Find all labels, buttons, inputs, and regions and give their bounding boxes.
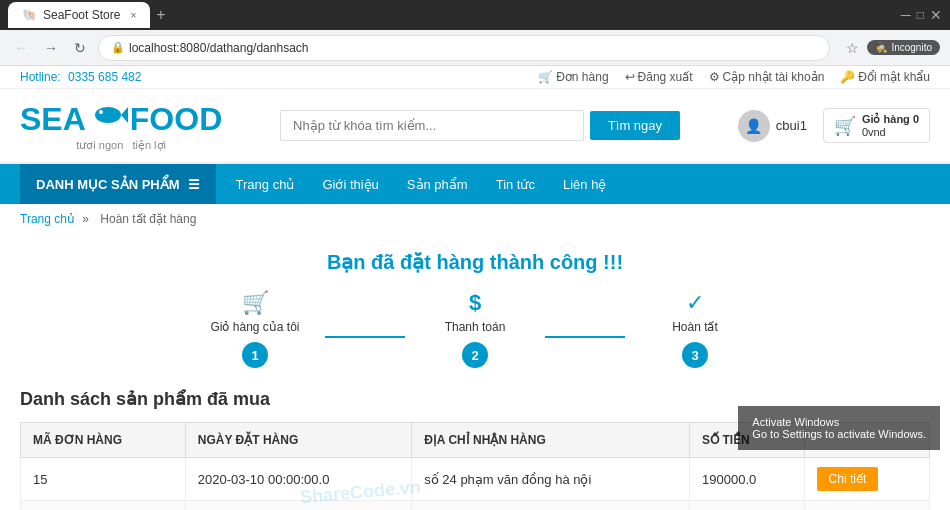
tab-close-btn[interactable]: × (130, 10, 136, 21)
table-row: 15 2020-03-10 00:00:00.0 số 24 phạm văn … (21, 458, 930, 501)
nav-lien-he[interactable]: Liên hệ (563, 177, 606, 192)
logo-fish-icon (88, 99, 128, 139)
tab-favicon: 🐚 (22, 8, 37, 22)
update-icon: ⚙ (709, 70, 720, 84)
step-3: ✓ Hoàn tất 3 (625, 290, 765, 368)
nav-cap-nhat[interactable]: ⚙ Cập nhật tài khoản (709, 70, 825, 84)
steps-container: 🛒 Giỏ hàng của tôi 1 $ Thanh toán 2 ✓ Ho… (20, 290, 930, 368)
cell-date: 2020-02-10 00:00:00.0 (185, 501, 411, 511)
logout-icon: ↩ (625, 70, 635, 84)
activate-line2: Go to Settings to activate Windows. (752, 428, 926, 440)
header-right: 👤 cbui1 🛒 Giỏ hàng 0 0vnd (738, 108, 930, 143)
complete-step-icon: ✓ (686, 290, 704, 316)
col-dia-chi: ĐỊA CHỈ NHẬN HÀNG (412, 423, 690, 458)
logo-sea: SEA (20, 101, 86, 138)
incognito-icon: 🕵 (875, 42, 887, 53)
main-nav: DANH MỤC SẢN PHẨM ☰ Trang chủ Giới thiệu… (0, 164, 950, 204)
cart-info: Giỏ hàng 0 0vnd (862, 113, 919, 138)
cell-id: 15 (21, 458, 186, 501)
svg-marker-1 (121, 107, 128, 123)
incognito-badge: 🕵 Incognito (867, 40, 940, 55)
step-1: 🛒 Giỏ hàng của tôi 1 (185, 290, 325, 368)
hamburger-icon: ☰ (188, 177, 200, 192)
tab-title: SeaFoot Store (43, 8, 120, 22)
url-input[interactable]: 🔒 localhost:8080/dathang/danhsach (98, 35, 830, 61)
breadcrumb-separator: » (82, 212, 89, 226)
cart-box[interactable]: 🛒 Giỏ hàng 0 0vnd (823, 108, 930, 143)
breadcrumb: Trang chủ » Hoàn tất đặt hàng (0, 204, 950, 234)
incognito-label: Incognito (891, 42, 932, 53)
browser-chrome: 🐚 SeaFoot Store × + ─ □ ✕ ← → ↻ 🔒 localh… (0, 0, 950, 66)
table-row: 8 2020-02-10 00:00:00.0 số 24 phạm văn đ… (21, 501, 930, 511)
address-bar: ← → ↻ 🔒 localhost:8080/dathang/danhsach … (0, 30, 950, 66)
cart-icon: 🛒 (834, 115, 856, 137)
maximize-btn[interactable]: □ (917, 8, 924, 22)
search-box: Tìm ngay (280, 110, 680, 141)
nav-trang-chu[interactable]: Trang chủ (236, 177, 295, 192)
url-text: localhost:8080/dathang/danhsach (129, 41, 308, 55)
browser-actions: ☆ (846, 40, 859, 56)
cell-date: 2020-03-10 00:00:00.0 (185, 458, 411, 501)
search-button[interactable]: Tìm ngay (590, 111, 680, 140)
danh-muc-label: DANH MỤC SẢN PHẨM (36, 177, 180, 192)
breadcrumb-current: Hoàn tất đặt hàng (100, 212, 196, 226)
svg-point-2 (99, 110, 103, 114)
avatar: 👤 (738, 110, 770, 142)
top-bar-right: 🛒 Đơn hàng ↩ Đăng xuất ⚙ Cập nhật tài kh… (538, 70, 930, 84)
success-section: Bạn đã đặt hàng thành công !!! 🛒 Giỏ hàn… (0, 234, 950, 378)
cart-step-icon: 🛒 (242, 290, 269, 316)
logo-food: FOOD (130, 101, 222, 138)
cell-address: số 24 phạm văn đồng hà nội (412, 501, 690, 511)
svg-point-0 (95, 107, 121, 123)
activate-line1: Activate Windows (752, 416, 926, 428)
activate-windows-overlay: Activate Windows Go to Settings to activ… (738, 406, 940, 450)
step3-num: 3 (682, 342, 708, 368)
hotline-number: 0335 685 482 (68, 70, 141, 84)
cell-id: 8 (21, 501, 186, 511)
cart-amount: 0vnd (862, 126, 919, 138)
user-info[interactable]: 👤 cbui1 (738, 110, 807, 142)
step2-num: 2 (462, 342, 488, 368)
minimize-btn[interactable]: ─ (901, 7, 911, 23)
tab-bar: 🐚 SeaFoot Store × + ─ □ ✕ (0, 0, 950, 30)
step3-label: Hoàn tất (672, 320, 718, 334)
new-tab-button[interactable]: + (156, 6, 165, 24)
nav-dang-xuat[interactable]: ↩ Đăng xuất (625, 70, 693, 84)
hotline: Hotline: 0335 685 482 (20, 70, 141, 84)
nav-gioi-thieu[interactable]: Giới thiệu (322, 177, 378, 192)
col-ngay-dat-hang: NGÀY ĐẶT HÀNG (185, 423, 411, 458)
col-ma-don-hang: MÃ ĐƠN HÀNG (21, 423, 186, 458)
nav-don-hang[interactable]: 🛒 Đơn hàng (538, 70, 608, 84)
danh-muc-btn[interactable]: DANH MỤC SẢN PHẨM ☰ (20, 164, 216, 204)
refresh-btn[interactable]: ↻ (70, 38, 90, 58)
step2-label: Thanh toán (445, 320, 506, 334)
cell-action: Chi tiết (804, 458, 929, 501)
chi-tiet-button[interactable]: Chi tiết (817, 467, 879, 491)
connector-1 (325, 336, 405, 338)
nav-san-pham[interactable]: Sản phẩm (407, 177, 468, 192)
step-2: $ Thanh toán 2 (405, 290, 545, 368)
nav-tin-tuc[interactable]: Tin tức (496, 177, 535, 192)
step1-num: 1 (242, 342, 268, 368)
success-title: Bạn đã đặt hàng thành công !!! (20, 250, 930, 274)
active-tab[interactable]: 🐚 SeaFoot Store × (8, 2, 150, 28)
site-header: SEA FOOD tươi ngon tiện lợi Tìm ngay (0, 89, 950, 164)
cell-amount: 160000.0 (690, 501, 805, 511)
payment-step-icon: $ (469, 290, 481, 316)
top-bar: Hotline: 0335 685 482 🛒 Đơn hàng ↩ Đăng … (0, 66, 950, 89)
hotline-label: Hotline: (20, 70, 61, 84)
breadcrumb-home[interactable]: Trang chủ (20, 212, 75, 226)
connector-2 (545, 336, 625, 338)
logo-text-block: SEA FOOD tươi ngon tiện lợi (20, 99, 222, 152)
step1-label: Giỏ hàng của tôi (210, 320, 299, 334)
username: cbui1 (776, 118, 807, 133)
close-btn[interactable]: ✕ (930, 7, 942, 23)
search-input[interactable] (280, 110, 584, 141)
forward-btn[interactable]: → (40, 38, 62, 58)
cell-action: Chi tiết (804, 501, 929, 511)
nav-links: Trang chủ Giới thiệu Sản phẩm Tin tức Li… (236, 177, 607, 192)
cart-nav-icon: 🛒 (538, 70, 553, 84)
bookmark-icon[interactable]: ☆ (846, 40, 859, 56)
back-btn[interactable]: ← (10, 38, 32, 58)
nav-doi-mat-khau[interactable]: 🔑 Đổi mật khẩu (840, 70, 930, 84)
